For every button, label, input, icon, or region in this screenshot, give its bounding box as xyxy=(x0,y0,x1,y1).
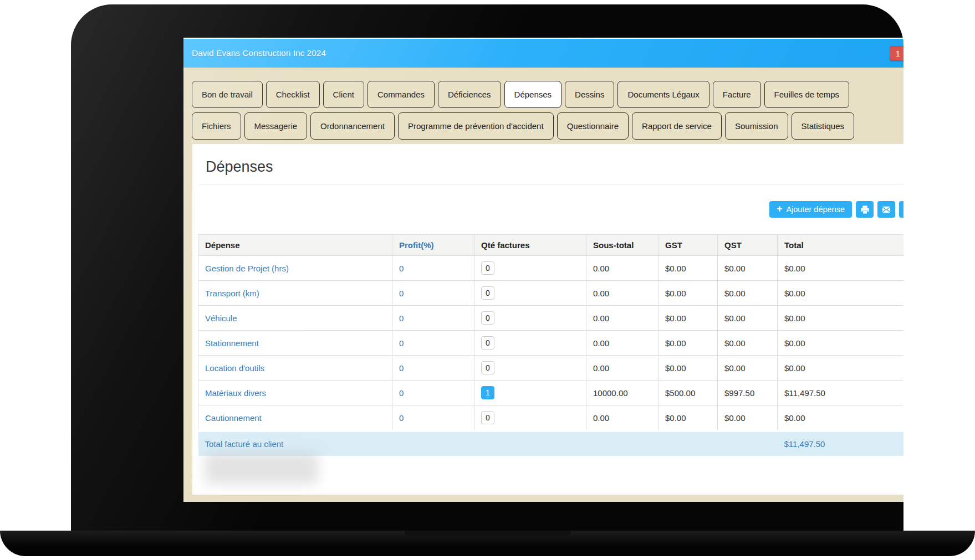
expense-row-stationnement: Stationnement000.00$0.00$0.00$0.00 xyxy=(198,331,904,356)
tab-commandes[interactable]: Commandes xyxy=(367,81,435,108)
profit-link[interactable]: 0 xyxy=(399,388,404,398)
table-header-row: DépenseProfit(%)Qté facturesSous-totalGS… xyxy=(198,235,904,256)
column-header-profit[interactable]: Profit(%) xyxy=(392,235,474,256)
qst-cell: $997.50 xyxy=(718,381,778,405)
expense-link[interactable]: Cautionnement xyxy=(205,413,262,423)
tab-fichiers[interactable]: Fichiers xyxy=(192,112,241,140)
tab-rapport-de-service[interactable]: Rapport de service xyxy=(632,112,722,140)
expense-link[interactable]: Location d'outils xyxy=(205,363,264,373)
column-header-qte-factures: Qté factures xyxy=(474,235,586,256)
cloud-sync-button[interactable] xyxy=(899,201,903,218)
invoice-qty-badge[interactable]: 0 xyxy=(481,411,494,424)
tab-questionnaire[interactable]: Questionnaire xyxy=(557,112,629,140)
subtotal-cell: 0.00 xyxy=(586,405,658,431)
total-cell: $0.00 xyxy=(778,331,904,356)
profit-link[interactable]: 0 xyxy=(399,289,404,298)
heading-divider xyxy=(199,184,903,184)
expenses-toolbar: + Ajouter dépense xyxy=(198,201,903,218)
qst-cell: $0.00 xyxy=(718,306,778,331)
subtotal-cell: 0.00 xyxy=(586,281,658,306)
total-cell: $0.00 xyxy=(778,405,904,431)
tab-facture[interactable]: Facture xyxy=(713,81,761,108)
expenses-panel: Dépenses + Ajouter dépense xyxy=(192,144,903,495)
add-expense-button[interactable]: + Ajouter dépense xyxy=(769,201,852,218)
email-button[interactable] xyxy=(877,201,895,218)
profit-link[interactable]: 0 xyxy=(399,264,404,273)
qst-cell: $0.00 xyxy=(718,405,778,431)
expense-row-location-d-outils: Location d'outils000.00$0.00$0.00$0.00 xyxy=(198,356,904,381)
invoice-qty-badge[interactable]: 0 xyxy=(481,336,494,350)
email-icon xyxy=(881,205,891,214)
column-header-depense: Dépense xyxy=(198,235,392,256)
tab-row-1: Bon de travailChecklistClientCommandesDé… xyxy=(192,81,903,108)
gst-cell: $0.00 xyxy=(658,281,718,306)
column-header-sous-total: Sous-total xyxy=(586,235,658,256)
invoice-qty-badge[interactable]: 1 xyxy=(481,386,494,399)
laptop-base xyxy=(0,531,975,556)
profit-link[interactable]: 0 xyxy=(399,363,404,373)
laptop-hinge-notch xyxy=(405,531,571,536)
print-button[interactable] xyxy=(856,201,874,218)
cloud-sync-icon xyxy=(903,205,903,214)
add-expense-label: Ajouter dépense xyxy=(786,205,845,214)
gst-cell: $0.00 xyxy=(658,256,718,281)
subtotal-cell: 0.00 xyxy=(586,331,658,356)
tab-soumission[interactable]: Soumission xyxy=(725,112,788,140)
profit-link[interactable]: 0 xyxy=(399,314,404,323)
expense-row-cautionnement: Cautionnement000.00$0.00$0.00$0.00 xyxy=(198,405,904,431)
total-cell: $0.00 xyxy=(778,356,904,381)
gst-cell: $0.00 xyxy=(658,356,718,381)
expense-row-vehicule: Véhicule000.00$0.00$0.00$0.00 xyxy=(198,306,904,331)
qst-cell: $0.00 xyxy=(718,256,778,281)
profit-link[interactable]: 0 xyxy=(399,413,404,423)
tab-deficiences[interactable]: Déficiences xyxy=(438,81,501,108)
gst-cell: $0.00 xyxy=(658,405,718,431)
column-header-total: Total xyxy=(778,235,904,256)
tab-row-2: FichiersMessagerieOrdonnancementProgramm… xyxy=(192,112,903,140)
subtotal-cell: 0.00 xyxy=(586,256,658,281)
tab-bon-de-travail[interactable]: Bon de travail xyxy=(192,81,263,108)
expense-link[interactable]: Matériaux divers xyxy=(205,388,266,398)
tab-statistiques[interactable]: Statistiques xyxy=(792,112,855,140)
total-cell: $0.00 xyxy=(778,256,904,281)
invoice-qty-badge[interactable]: 0 xyxy=(481,361,494,374)
gst-cell: $500.00 xyxy=(658,381,718,405)
tab-ordonnancement[interactable]: Ordonnancement xyxy=(310,112,395,140)
expense-row-materiaux-divers: Matériaux divers0110000.00$500.00$997.50… xyxy=(198,381,904,405)
tab-depenses[interactable]: Dépenses xyxy=(504,81,562,108)
invoice-qty-badge[interactable]: 0 xyxy=(481,286,494,300)
column-header-qst: QST xyxy=(718,235,778,256)
page-title: Dépenses xyxy=(206,158,903,176)
subtotal-cell: 0.00 xyxy=(586,306,658,331)
total-cell: $11,497.50 xyxy=(778,381,904,405)
tab-dessins[interactable]: Dessins xyxy=(565,81,614,108)
profit-link[interactable]: 0 xyxy=(399,338,404,348)
qst-cell: $0.00 xyxy=(718,356,778,381)
tab-feuilles-de-temps[interactable]: Feuilles de temps xyxy=(764,81,850,108)
tab-messagerie[interactable]: Messagerie xyxy=(244,112,308,140)
tab-documents-legaux[interactable]: Documents Légaux xyxy=(617,81,709,108)
laptop-bezel: David Evans Construction Inc 2024 1 Bon … xyxy=(71,4,903,532)
expense-row-transport-km: Transport (km)000.00$0.00$0.00$0.00 xyxy=(198,281,904,306)
invoice-qty-badge[interactable]: 0 xyxy=(481,311,494,325)
app-titlebar: David Evans Construction Inc 2024 1 xyxy=(183,39,903,68)
window-title: David Evans Construction Inc 2024 xyxy=(192,48,326,58)
qst-cell: $0.00 xyxy=(718,281,778,306)
expense-link[interactable]: Transport (km) xyxy=(205,289,259,298)
laptop-mockup: David Evans Construction Inc 2024 1 Bon … xyxy=(0,0,975,560)
tab-client[interactable]: Client xyxy=(323,81,364,108)
expense-link[interactable]: Stationnement xyxy=(205,338,259,348)
qst-cell: $0.00 xyxy=(718,331,778,356)
invoice-qty-badge[interactable]: 0 xyxy=(481,261,494,275)
tab-checklist[interactable]: Checklist xyxy=(266,81,320,108)
print-icon xyxy=(860,205,870,214)
notification-count[interactable]: 1 xyxy=(890,47,903,60)
expense-link[interactable]: Gestion de Projet (hrs) xyxy=(205,264,289,273)
tab-programme-de-prevention-d-accident[interactable]: Programme de prévention d'accident xyxy=(398,112,554,140)
notification-badge-button[interactable]: 1 xyxy=(890,46,903,61)
expenses-table: DépenseProfit(%)Qté facturesSous-totalGS… xyxy=(198,234,903,456)
expense-link[interactable]: Véhicule xyxy=(205,314,237,323)
expense-row-gestion-de-projet-hrs: Gestion de Projet (hrs)000.00$0.00$0.00$… xyxy=(198,256,904,281)
app-screen: David Evans Construction Inc 2024 1 Bon … xyxy=(183,38,903,502)
total-cell: $0.00 xyxy=(778,281,904,306)
